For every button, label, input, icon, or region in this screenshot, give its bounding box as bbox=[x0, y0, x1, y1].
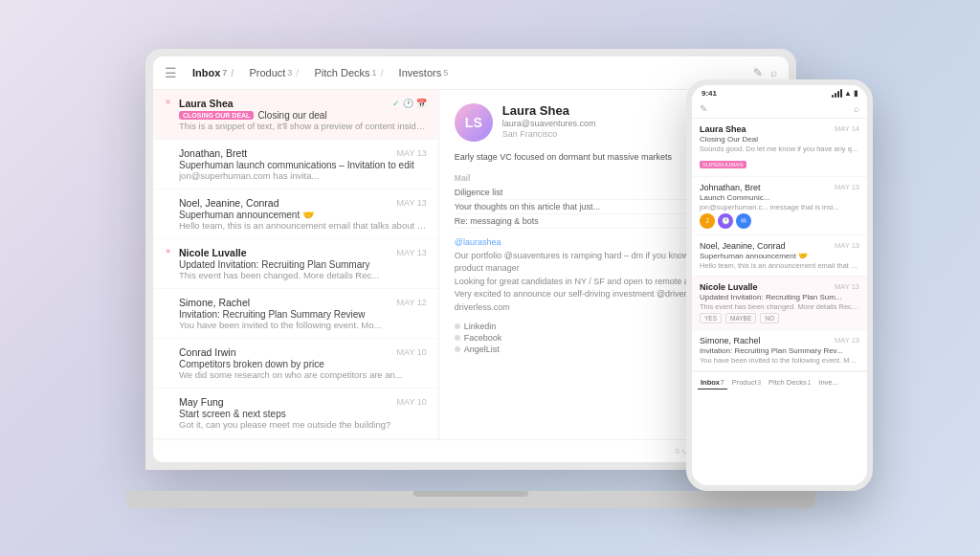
p-subject-2: Launch Communic... bbox=[700, 193, 859, 202]
email-main-3: Noel, Jeanine, Conrad MAY 13 Superhuman … bbox=[179, 197, 427, 231]
email-preview-4: This event has been changed. More detail… bbox=[179, 270, 427, 280]
tab-pitchdecks[interactable]: Pitch Decks 1 / bbox=[308, 64, 390, 81]
email-sender-5: Simone, Rachel bbox=[179, 297, 250, 308]
phone-tab-investors[interactable]: Inve... bbox=[815, 376, 840, 389]
email-subject-5: Invitation: Recruiting Plan Summary Revi… bbox=[179, 309, 427, 320]
p-sender-1: Laura Shea bbox=[700, 124, 746, 134]
p-badge-1: SUPERHUMAN bbox=[700, 161, 746, 168]
email-subject-4: Updated Invitation: Recruiting Plan Summ… bbox=[179, 259, 427, 270]
edit-icon[interactable]: ✎ bbox=[753, 66, 763, 79]
phone-tab-inbox[interactable]: Inbox 7 bbox=[698, 376, 727, 389]
signal-bar-1 bbox=[832, 95, 834, 98]
email-date-4: MAY 13 bbox=[397, 248, 427, 257]
email-main-7: May Fung MAY 10 Start screen & next step… bbox=[179, 396, 427, 430]
email-item-1[interactable]: ★ Laura Shea ✓ 🕐 📅 bbox=[153, 90, 438, 140]
tab-inbox[interactable]: Inbox 7 / bbox=[187, 64, 241, 81]
calendar-icon-1: 📅 bbox=[416, 99, 427, 108]
phone-email-list: Laura Shea MAY 14 Closing Our Deal Sound… bbox=[692, 119, 867, 371]
email-item-4[interactable]: ★ Nicole Luvalle MAY 13 Updated Invitati… bbox=[153, 239, 438, 289]
phone-status-bar: 9:41 ▲ ▮ bbox=[692, 85, 867, 100]
star-icon-1: ★ bbox=[165, 98, 171, 106]
signal-bar-4 bbox=[840, 89, 842, 98]
angellist-bullet bbox=[455, 346, 460, 352]
tab-investors[interactable]: Investors 5 bbox=[393, 64, 455, 81]
email-sender-4: Nicole Luvalle bbox=[179, 247, 247, 258]
p-subject-3: Superhuman announcement 🤝 bbox=[700, 252, 859, 260]
phone-tab-investors-label: Inve... bbox=[818, 378, 837, 387]
search-icon[interactable]: ⌕ bbox=[770, 66, 777, 79]
p-subject-4: Updated Invitation: Recruiting Plan Sum.… bbox=[700, 293, 859, 301]
phone-email-5[interactable]: Simone, Rachel MAY 13 Invitation: Recrui… bbox=[692, 330, 867, 371]
check-icon-1: ✓ bbox=[392, 99, 400, 108]
email-list: ★ Laura Shea ✓ 🕐 📅 bbox=[153, 90, 439, 439]
email-main-2: Jonathan, Brett MAY 13 Superhuman launch… bbox=[179, 147, 427, 181]
p-avatar-1: J bbox=[700, 213, 715, 229]
detail-avatar: LS bbox=[455, 103, 493, 142]
separator-3: / bbox=[381, 67, 384, 78]
phone-tab-product-label: Product bbox=[732, 378, 757, 387]
phone-tab-inbox-label: Inbox bbox=[701, 378, 720, 387]
email-date-7: MAY 10 bbox=[397, 397, 427, 407]
p-preview-2: jon@superhuman.c... message that is insi… bbox=[700, 203, 859, 211]
email-date-6: MAY 10 bbox=[397, 347, 427, 357]
tab-product[interactable]: Product 3 / bbox=[243, 64, 306, 81]
toolbar-nav: Inbox 7 / Product 3 / Pitch Decks 1 bbox=[187, 64, 747, 81]
p-preview-4: This event has been changed. More detail… bbox=[700, 302, 859, 311]
phone-email-1[interactable]: Laura Shea MAY 14 Closing Our Deal Sound… bbox=[692, 119, 867, 177]
menu-icon[interactable]: ☰ bbox=[165, 65, 177, 80]
tab-inbox-label: Inbox bbox=[192, 67, 220, 78]
email-item-3[interactable]: ★ Noel, Jeanine, Conrad MAY 13 Superhuma… bbox=[153, 189, 438, 239]
email-main-1: Laura Shea ✓ 🕐 📅 CLOSING OUR DEAL bbox=[179, 98, 427, 131]
p-sender-3: Noel, Jeanine, Conrad bbox=[700, 241, 786, 251]
phone-email-2[interactable]: Johnathan, Bret MAY 13 Launch Communic..… bbox=[692, 177, 867, 235]
phone-search-icon[interactable]: ⌕ bbox=[854, 103, 859, 114]
email-sender-1: Laura Shea bbox=[179, 98, 234, 109]
facebook-bullet bbox=[455, 335, 460, 341]
email-sender-2: Jonathan, Brett bbox=[179, 147, 247, 159]
rsvp-yes[interactable]: YES bbox=[700, 313, 722, 323]
phone-email-3[interactable]: Noel, Jeanine, Conrad MAY 13 Superhuman … bbox=[692, 235, 867, 277]
phone-tab-inbox-count: 7 bbox=[721, 379, 724, 386]
email-preview-5: You have been invited to the following e… bbox=[179, 320, 427, 330]
tab-inbox-count: 7 bbox=[222, 68, 227, 78]
tab-investors-label: Investors bbox=[399, 67, 442, 78]
phone-tab-pitchdecks-label: Pitch Decks bbox=[768, 378, 807, 387]
phone-tab-product-count: 3 bbox=[757, 379, 761, 386]
email-date-5: MAY 12 bbox=[397, 298, 427, 307]
email-item-5[interactable]: ★ Simone, Rachel MAY 12 Invitation: Recr… bbox=[153, 289, 438, 339]
star-icon-4: ★ bbox=[165, 247, 171, 256]
email-item-6[interactable]: ★ Conrad Irwin MAY 10 Competitors broken… bbox=[153, 339, 438, 389]
email-subject-6: Competitors broken down by price bbox=[179, 359, 427, 369]
email-preview-7: Got it, can you please meet me outside t… bbox=[179, 419, 427, 430]
email-preview-3: Hello team, this is an announcement emai… bbox=[179, 220, 427, 231]
phone-status-right: ▲ ▮ bbox=[832, 89, 858, 98]
p-preview-1: Sounds good. Do let me know if you have … bbox=[700, 145, 859, 153]
phone-email-4[interactable]: Nicole Luvalle MAY 13 Updated Invitation… bbox=[692, 277, 867, 330]
email-date-3: MAY 13 bbox=[397, 198, 427, 208]
email-item-7[interactable]: ★ May Fung MAY 10 Start screen & next st… bbox=[153, 389, 438, 438]
p-avatar-row-2: J 🕐 ✉ bbox=[700, 213, 859, 229]
tab-product-label: Product bbox=[249, 67, 285, 78]
wifi-icon: ▲ bbox=[844, 89, 852, 98]
email-subject-3: Superhuman announcement 🤝 bbox=[179, 210, 427, 220]
signal-bars bbox=[832, 89, 842, 98]
email-subject-2: Superhuman launch communications – Invit… bbox=[179, 160, 427, 170]
phone-compose-icon[interactable]: ✎ bbox=[700, 103, 707, 114]
phone-tab-product[interactable]: Product 3 bbox=[729, 376, 764, 389]
angellist-label: AngelList bbox=[464, 345, 500, 354]
rsvp-no[interactable]: NO bbox=[760, 313, 779, 323]
signal-bar-3 bbox=[837, 91, 839, 98]
laptop-base bbox=[126, 491, 815, 508]
rsvp-maybe[interactable]: MAYBE bbox=[725, 313, 756, 323]
facebook-label: Facebook bbox=[464, 333, 502, 343]
p-date-3: MAY 13 bbox=[835, 241, 859, 250]
p-date-2: MAY 13 bbox=[835, 183, 859, 191]
separator-2: / bbox=[296, 67, 299, 78]
linkedin-bullet bbox=[455, 323, 460, 329]
p-date-5: MAY 13 bbox=[835, 336, 859, 345]
tab-investors-count: 5 bbox=[443, 68, 448, 78]
email-item-2[interactable]: ★ Jonathan, Brett MAY 13 Superhuman laun… bbox=[153, 140, 438, 189]
phone-tab-pitchdecks[interactable]: Pitch Decks 1 bbox=[766, 376, 813, 389]
toolbar-actions: ✎ ⌕ bbox=[753, 66, 777, 79]
p-avatar-3: ✉ bbox=[736, 213, 751, 229]
